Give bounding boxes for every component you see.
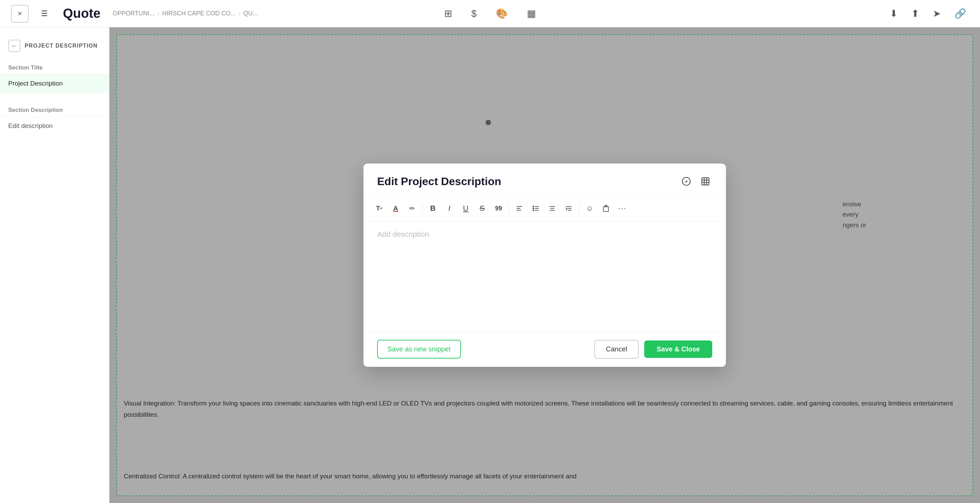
sidebar-section-title: Section Title Project Description — [0, 57, 109, 97]
table-icon[interactable] — [698, 174, 712, 188]
clipboard-button[interactable] — [598, 201, 613, 216]
breadcrumb: OPPORTUNI... › HIRSCH CAPE COD CO... › Q… — [113, 10, 258, 18]
header-center-icons: ⊞ $ 🎨 ▦ — [441, 5, 539, 22]
sidebar-section-desc: Section Description Edit description — [0, 97, 109, 139]
modal-title: Edit Project Description — [377, 175, 501, 188]
text-style-button[interactable]: T+ — [372, 201, 387, 216]
close-button[interactable]: × — [11, 5, 29, 22]
strikethrough-button[interactable]: S — [475, 201, 490, 216]
sidebar: ← PROJECT DESCRIPTION Section Title Proj… — [0, 27, 110, 503]
sidebar-section-title-item[interactable]: Project Description — [0, 74, 109, 93]
toolbar-sep-3 — [579, 204, 579, 213]
breadcrumb-item-3[interactable]: QU... — [243, 10, 258, 17]
check-circle-icon[interactable] — [679, 174, 693, 188]
svg-point-14 — [533, 210, 534, 211]
back-arrow-icon[interactable]: ← — [8, 40, 21, 52]
toolbar-sep-2 — [509, 204, 509, 213]
italic-button[interactable]: I — [442, 201, 457, 216]
breadcrumb-sep-1: › — [157, 10, 159, 18]
modal-header-icons — [679, 174, 712, 188]
breadcrumb-item-2[interactable]: HIRSCH CAPE COD CO... — [162, 10, 235, 17]
footer-right-buttons: Cancel Save & Close — [594, 340, 712, 359]
layout-icon[interactable]: ▦ — [524, 5, 539, 22]
editor-body[interactable]: Add description — [363, 222, 726, 331]
editor-toolbar: T+ A ✏ B I U S 99 — [363, 195, 726, 222]
text-color-button[interactable]: A — [388, 201, 403, 216]
section-title-header: Section Title — [0, 62, 109, 74]
link-icon[interactable]: 🔗 — [951, 5, 969, 22]
header-right-icons: ⬇ ⬆ ➤ 🔗 — [887, 5, 969, 22]
svg-point-13 — [533, 208, 534, 209]
sidebar-back[interactable]: ← PROJECT DESCRIPTION — [0, 34, 109, 57]
grid-icon[interactable]: ⊞ — [441, 5, 455, 22]
indent-button[interactable] — [561, 201, 576, 216]
download-icon[interactable]: ⬇ — [887, 5, 900, 22]
breadcrumb-sep-2: › — [238, 10, 241, 18]
modal-overlay: Edit Project Description — [110, 27, 980, 503]
cancel-button[interactable]: Cancel — [594, 340, 639, 359]
svg-point-12 — [533, 206, 534, 207]
palette-icon[interactable]: 🎨 — [493, 5, 511, 22]
section-desc-header: Section Description — [0, 101, 109, 117]
quote-button[interactable]: 99 — [491, 201, 506, 216]
upload-icon[interactable]: ⬆ — [908, 5, 922, 22]
toolbar-sep-1 — [422, 204, 423, 213]
editor-placeholder: Add description — [377, 230, 429, 238]
align-left-button[interactable] — [512, 201, 527, 216]
bold-button[interactable]: B — [425, 201, 441, 216]
modal-header: Edit Project Description — [363, 164, 726, 195]
modal-dialog: Edit Project Description — [363, 164, 726, 367]
save-snippet-button[interactable]: Save as new snippet — [377, 340, 461, 359]
svg-rect-1 — [702, 178, 709, 185]
breadcrumb-item-1[interactable]: OPPORTUNI... — [113, 10, 154, 17]
underline-button[interactable]: U — [458, 201, 473, 216]
app-header: × ☰ Quote OPPORTUNI... › HIRSCH CAPE COD… — [0, 0, 980, 27]
modal-footer: Save as new snippet Cancel Save & Close — [363, 331, 726, 367]
header-left: × ☰ Quote OPPORTUNI... › HIRSCH CAPE COD… — [11, 5, 258, 22]
bullet-list-button[interactable] — [528, 201, 543, 216]
save-close-button[interactable]: Save & Close — [644, 340, 712, 358]
emoji-button[interactable]: ☺ — [582, 201, 597, 216]
align-center-button[interactable] — [545, 201, 560, 216]
main-layout: ← PROJECT DESCRIPTION Section Title Proj… — [0, 27, 980, 503]
dollar-icon[interactable]: $ — [468, 5, 479, 22]
more-options-button[interactable]: ··· — [615, 201, 630, 216]
highlight-button[interactable]: ✏ — [404, 201, 420, 216]
send-icon[interactable]: ➤ — [930, 5, 943, 22]
sidebar-edit-desc-item[interactable]: Edit description — [0, 117, 109, 135]
menu-button[interactable]: ☰ — [35, 5, 53, 22]
page-title: Quote — [63, 6, 100, 21]
content-area: ensiveeveryngers or Visual Integration: … — [110, 27, 980, 503]
